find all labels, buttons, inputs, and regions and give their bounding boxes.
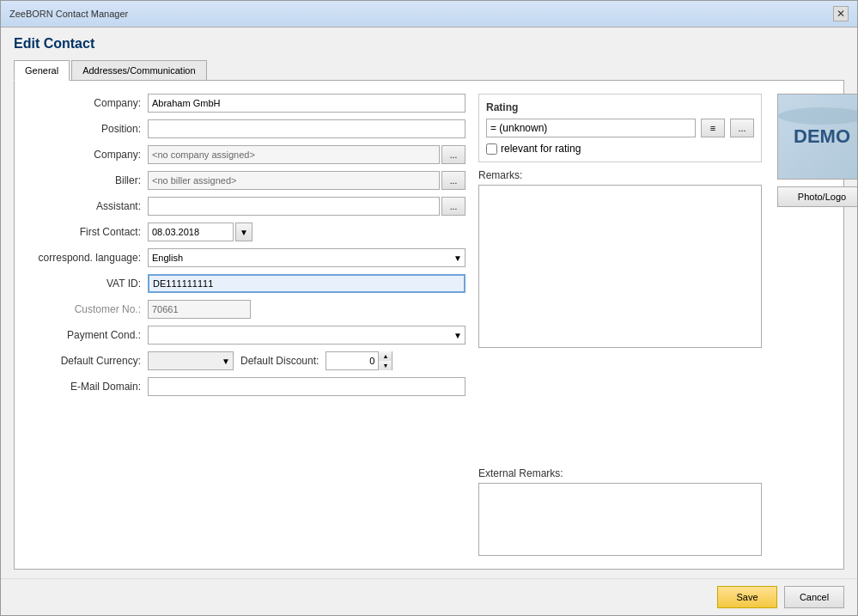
language-select[interactable]: English German French bbox=[148, 248, 466, 267]
vat-id-row: VAT ID: bbox=[27, 274, 466, 293]
cancel-button[interactable]: Cancel bbox=[784, 586, 844, 608]
assistant-field: ... bbox=[148, 197, 466, 216]
company2-label: Company: bbox=[27, 149, 148, 161]
rating-box: Rating = (unknown) ≡ ... relevant for ra… bbox=[478, 94, 762, 162]
position-label: Position: bbox=[27, 123, 148, 135]
payment-cond-select-wrapper: ▼ bbox=[148, 326, 466, 345]
email-domain-input[interactable] bbox=[148, 377, 466, 396]
rating-title: Rating bbox=[486, 101, 754, 113]
biller-field: ... bbox=[148, 171, 466, 190]
remarks-scroll-container bbox=[478, 185, 762, 460]
discount-up-button[interactable]: ▲ bbox=[378, 351, 392, 361]
company-row: Company: bbox=[27, 94, 466, 113]
language-label: correspond. language: bbox=[27, 252, 148, 264]
right-section: DEMO Photo/Logo bbox=[775, 94, 857, 556]
left-form-section: Company: Position: Company: ... bbox=[27, 94, 466, 556]
payment-cond-label: Payment Cond.: bbox=[27, 329, 148, 341]
currency-discount-row: Default Currency: ▼ Default Discount: bbox=[27, 351, 466, 370]
demo-logo-wave bbox=[778, 107, 858, 125]
company2-row: Company: ... bbox=[27, 145, 466, 164]
demo-logo-box: DEMO bbox=[777, 94, 858, 180]
assistant-browse-button[interactable]: ... bbox=[441, 197, 466, 216]
biller-input[interactable] bbox=[148, 171, 440, 190]
save-button[interactable]: Save bbox=[717, 586, 777, 608]
first-contact-input[interactable] bbox=[148, 223, 234, 241]
photo-logo-button[interactable]: Photo/Logo bbox=[777, 186, 858, 207]
first-contact-field: ▼ bbox=[148, 223, 253, 241]
relevant-rating-label: relevant for rating bbox=[501, 143, 581, 155]
first-contact-dropdown-button[interactable]: ▼ bbox=[235, 223, 253, 241]
company2-field: ... bbox=[148, 145, 466, 164]
rating-value: = (unknown) bbox=[486, 119, 696, 137]
page-title: Edit Contact bbox=[14, 36, 844, 52]
tab-general[interactable]: General bbox=[14, 60, 70, 81]
rating-value-text: = (unknown) bbox=[490, 122, 547, 134]
discount-input[interactable] bbox=[326, 352, 378, 369]
assistant-label: Assistant: bbox=[27, 200, 148, 212]
relevant-rating-checkbox[interactable] bbox=[486, 143, 497, 155]
company-input[interactable] bbox=[148, 94, 466, 113]
default-currency-label: Default Currency: bbox=[27, 355, 148, 367]
currency-discount-field: ▼ Default Discount: ▲ ▼ bbox=[148, 351, 392, 370]
email-domain-row: E-Mail Domain: bbox=[27, 377, 466, 396]
tab-content: Company: Position: Company: ... bbox=[14, 81, 844, 570]
external-remarks-section: External Remarks: bbox=[478, 467, 762, 556]
rating-more-button[interactable]: ... bbox=[730, 119, 754, 137]
window-title: ZeeBORN Contact Manager bbox=[9, 9, 128, 19]
language-row: correspond. language: English German Fre… bbox=[27, 248, 466, 267]
payment-cond-row: Payment Cond.: ▼ bbox=[27, 326, 466, 345]
rating-row: = (unknown) ≡ ... bbox=[486, 119, 754, 137]
discount-spinner: ▲ ▼ bbox=[378, 351, 392, 370]
relevant-rating-row: relevant for rating bbox=[486, 143, 754, 155]
content-area: Edit Contact General Addresses/Communica… bbox=[1, 27, 857, 578]
language-select-wrapper: English German French ▼ bbox=[148, 248, 466, 267]
payment-cond-select[interactable] bbox=[148, 326, 466, 345]
discount-input-wrapper: ▲ ▼ bbox=[326, 351, 392, 370]
default-discount-label: Default Discount: bbox=[240, 355, 319, 367]
discount-down-button[interactable]: ▼ bbox=[378, 361, 392, 370]
tab-addresses[interactable]: Addresses/Communication bbox=[71, 60, 206, 80]
company2-input[interactable] bbox=[148, 145, 440, 164]
middle-section: Rating = (unknown) ≡ ... relevant for ra… bbox=[478, 94, 762, 556]
first-contact-row: First Contact: ▼ bbox=[27, 223, 466, 241]
biller-browse-button[interactable]: ... bbox=[441, 171, 466, 190]
assistant-input[interactable] bbox=[148, 197, 440, 216]
external-remarks-label: External Remarks: bbox=[478, 467, 762, 479]
rating-list-button[interactable]: ≡ bbox=[701, 119, 725, 137]
vat-id-input[interactable] bbox=[148, 274, 466, 293]
external-remarks-textarea[interactable] bbox=[478, 483, 762, 556]
biller-label: Biller: bbox=[27, 174, 148, 186]
email-domain-label: E-Mail Domain: bbox=[27, 381, 148, 393]
main-window: ZeeBORN Contact Manager ✕ Edit Contact G… bbox=[0, 0, 858, 616]
tab-bar: General Addresses/Communication bbox=[14, 60, 844, 81]
remarks-textarea[interactable] bbox=[478, 185, 762, 348]
company2-browse-button[interactable]: ... bbox=[441, 145, 466, 164]
customer-no-input[interactable] bbox=[148, 300, 251, 319]
remarks-section: Remarks: bbox=[478, 169, 762, 460]
demo-logo-text: DEMO bbox=[794, 125, 850, 148]
position-row: Position: bbox=[27, 119, 466, 138]
title-bar: ZeeBORN Contact Manager ✕ bbox=[1, 1, 857, 27]
currency-select[interactable] bbox=[148, 351, 234, 370]
position-input[interactable] bbox=[148, 119, 466, 138]
vat-id-label: VAT ID: bbox=[27, 278, 148, 290]
customer-no-label: Customer No.: bbox=[27, 303, 148, 315]
footer: Save Cancel bbox=[1, 578, 857, 615]
customer-no-row: Customer No.: bbox=[27, 300, 466, 319]
first-contact-label: First Contact: bbox=[27, 226, 148, 238]
biller-row: Biller: ... bbox=[27, 171, 466, 190]
currency-select-wrapper: ▼ bbox=[148, 351, 234, 370]
company-label: Company: bbox=[27, 97, 148, 109]
assistant-row: Assistant: ... bbox=[27, 197, 466, 216]
close-button[interactable]: ✕ bbox=[833, 6, 849, 21]
remarks-label: Remarks: bbox=[478, 169, 762, 181]
